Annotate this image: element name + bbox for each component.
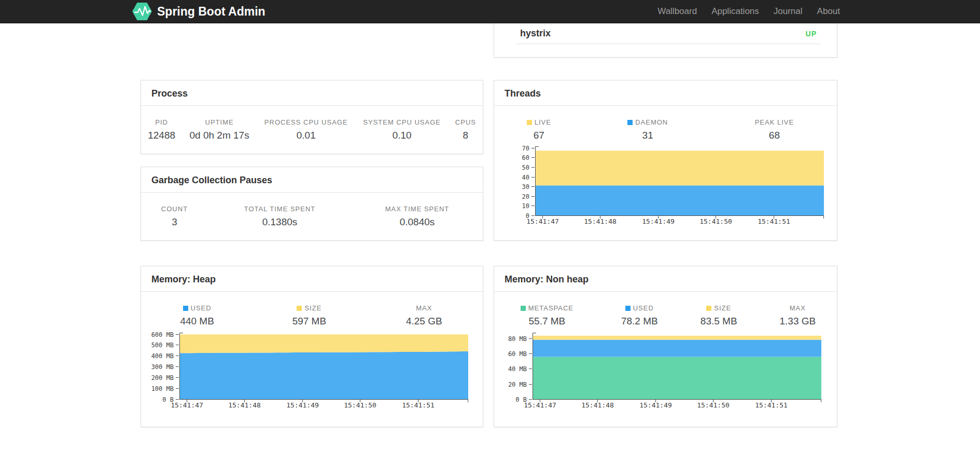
process-metrics: PID 12488 UPTIME 0d 0h 2m 17s PROCESS CP…	[141, 118, 483, 141]
svg-text:15:41:50: 15:41:50	[344, 401, 376, 409]
size-color-swatch	[706, 306, 711, 311]
metric-metaspace: METASPACE 55.7 MB	[494, 304, 600, 327]
metric-label: TOTAL TIME SPENT	[214, 205, 345, 213]
nav-link-wallboard[interactable]: Wallboard	[650, 0, 704, 23]
svg-text:15:41:47: 15:41:47	[524, 401, 556, 409]
metric-label: MAX TIME SPENT	[358, 205, 477, 213]
svg-text:15:41:51: 15:41:51	[755, 401, 788, 409]
metric-value: 0.10	[362, 130, 442, 141]
metaspace-color-swatch	[521, 306, 526, 311]
metric-value: 31	[590, 130, 706, 141]
metric-value: 1.33 GB	[765, 316, 831, 327]
metric-system-cpu-usage: SYSTEM CPU USAGE 0.10	[356, 118, 449, 141]
nav-link-applications[interactable]: Applications	[704, 0, 766, 23]
svg-text:20: 20	[522, 193, 529, 200]
svg-text:15:41:50: 15:41:50	[697, 401, 730, 409]
metric-value: 440 MB	[147, 316, 247, 327]
application-status-badge: UP	[806, 30, 817, 38]
nav-link-journal[interactable]: Journal	[766, 0, 810, 23]
divider	[516, 44, 821, 44]
memory-nonheap-chart: 0 B20 MB40 MB60 MB80 MB15:41:4715:41:481…	[494, 328, 837, 418]
svg-text:15:41:49: 15:41:49	[286, 401, 319, 409]
metric-value: 3	[147, 216, 202, 228]
metric-label: COUNT	[147, 205, 202, 213]
svg-text:80 MB: 80 MB	[508, 335, 527, 343]
metric-label: METASPACE	[500, 304, 594, 312]
svg-text:40: 40	[522, 174, 529, 181]
metric-label: PID	[147, 118, 176, 126]
metric-peak-live: PEAK LIVE 68	[712, 118, 837, 141]
metric-label: SIZE	[259, 304, 359, 312]
metric-value: 55.7 MB	[500, 316, 594, 327]
brand-title: Spring Boot Admin	[157, 5, 265, 19]
metric-max: MAX 1.33 GB	[759, 304, 837, 327]
svg-text:50: 50	[522, 164, 529, 171]
metric-total-time-spent: TOTAL TIME SPENT 0.1380s	[208, 205, 352, 228]
heap-legend: USED 440 MB SIZE 597 MB MAX 4.25 GB	[141, 304, 483, 327]
metric-label: MAX	[372, 304, 477, 312]
application-row[interactable]: hystrix UP	[494, 23, 837, 44]
nav-links: Wallboard Applications Journal About	[650, 0, 840, 23]
metric-label: USED	[147, 304, 247, 312]
metric-size: SIZE 597 MB	[253, 304, 365, 327]
card-title: Memory: Non heap	[494, 266, 837, 292]
card-title: Process	[141, 80, 483, 106]
metric-daemon: DAEMON 31	[584, 118, 712, 141]
navbar: Spring Boot Admin Wallboard Applications…	[0, 0, 980, 23]
metric-value: 67	[500, 130, 578, 141]
svg-text:10: 10	[522, 202, 529, 210]
garbage-collection-card: Garbage Collection Pauses COUNT 3 TOTAL …	[141, 167, 483, 241]
live-color-swatch	[527, 120, 532, 125]
nav-link-about[interactable]: About	[810, 0, 840, 23]
svg-text:15:41:50: 15:41:50	[699, 217, 732, 225]
svg-text:500 MB: 500 MB	[151, 342, 174, 349]
metric-max-time-spent: MAX TIME SPENT 0.0840s	[352, 205, 483, 228]
metric-count: COUNT 3	[141, 205, 208, 228]
svg-text:30: 30	[522, 183, 529, 190]
metric-label: USED	[606, 304, 673, 312]
memory-nonheap-card: Memory: Non heap METASPACE 55.7 MB USED …	[494, 266, 837, 427]
metric-value: 8	[455, 130, 477, 141]
svg-text:100 MB: 100 MB	[151, 385, 174, 392]
metric-value: 78.2 MB	[606, 316, 673, 327]
brand[interactable]: Spring Boot Admin	[132, 3, 265, 20]
card-title: Garbage Collection Pauses	[141, 167, 483, 193]
application-status-card: hystrix UP	[494, 23, 837, 58]
svg-text:15:41:48: 15:41:48	[581, 401, 614, 409]
svg-text:15:41:49: 15:41:49	[642, 217, 675, 225]
metric-label: PROCESS CPU USAGE	[263, 118, 349, 126]
svg-text:20 MB: 20 MB	[508, 381, 527, 388]
main-container: hystrix UP Process PID 12488 UPTIME 0d 0…	[141, 23, 837, 463]
metric-label: SIZE	[685, 304, 752, 312]
svg-text:40 MB: 40 MB	[508, 365, 527, 373]
metric-label: CPUS	[455, 118, 477, 126]
metric-label: UPTIME	[188, 118, 250, 126]
metric-label: PEAK LIVE	[718, 118, 831, 126]
svg-text:15:41:47: 15:41:47	[526, 217, 559, 225]
metric-value: 68	[718, 130, 831, 141]
metric-value: 0.0840s	[358, 216, 477, 228]
metric-size: SIZE 83.5 MB	[679, 304, 759, 327]
svg-text:60: 60	[522, 154, 529, 161]
svg-text:70: 70	[522, 145, 529, 152]
metric-used: USED 440 MB	[141, 304, 253, 327]
metric-process-cpu-usage: PROCESS CPU USAGE 0.01	[257, 118, 356, 141]
metric-value: 0.1380s	[214, 216, 345, 228]
svg-text:60 MB: 60 MB	[508, 350, 527, 358]
gc-metrics: COUNT 3 TOTAL TIME SPENT 0.1380s MAX TIM…	[141, 205, 483, 228]
metric-cpus: CPUS 8	[449, 118, 483, 141]
svg-text:15:41:47: 15:41:47	[171, 401, 203, 409]
metric-value: 0.01	[263, 130, 349, 141]
used-color-swatch	[625, 306, 631, 311]
card-title: Memory: Heap	[141, 266, 483, 292]
metric-label: LIVE	[500, 118, 578, 126]
metric-value: 4.25 GB	[372, 316, 477, 327]
svg-text:200 MB: 200 MB	[151, 374, 174, 382]
process-card: Process PID 12488 UPTIME 0d 0h 2m 17s PR…	[141, 80, 483, 154]
svg-text:400 MB: 400 MB	[151, 352, 174, 360]
metric-value: 12488	[147, 130, 176, 141]
metric-uptime: UPTIME 0d 0h 2m 17s	[182, 118, 257, 141]
nonheap-legend: METASPACE 55.7 MB USED 78.2 MB SIZE 83.5…	[494, 304, 837, 327]
threads-legend: LIVE 67 DAEMON 31 PEAK LIVE 68	[494, 118, 837, 141]
memory-heap-card: Memory: Heap USED 440 MB SIZE 597 MB MAX…	[141, 266, 483, 427]
